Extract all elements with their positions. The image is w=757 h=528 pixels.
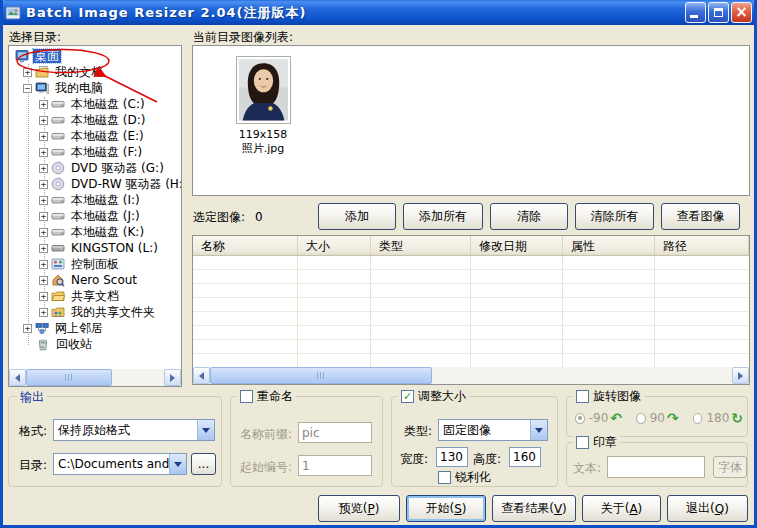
clear-button[interactable]: 清除: [490, 203, 568, 230]
tree-item[interactable]: 桌面: [9, 48, 181, 64]
browse-button[interactable]: ...: [191, 453, 216, 475]
expander-icon[interactable]: +: [39, 212, 48, 221]
view-results-button[interactable]: 查看结果(V): [492, 495, 576, 522]
tree-item-label: 共享文档: [69, 289, 121, 303]
tree-scroll-thumb[interactable]: [26, 369, 112, 386]
add-all-button[interactable]: 添加所有: [403, 203, 483, 230]
preview-button[interactable]: 预览(P): [318, 495, 400, 522]
table-horizontal-scrollbar[interactable]: [193, 367, 749, 384]
start-number-field[interactable]: [298, 455, 372, 476]
rename-checkbox[interactable]: [240, 390, 253, 403]
tree-item[interactable]: +本地磁盘 (K:): [9, 224, 181, 240]
table-cell: [371, 354, 471, 367]
name-prefix-field[interactable]: [298, 422, 372, 443]
window-title: Batch Image Resizer 2.04(注册版本): [26, 4, 307, 22]
expander-icon[interactable]: +: [39, 116, 48, 125]
table-cell: [471, 340, 563, 353]
expander-icon[interactable]: −: [23, 84, 32, 93]
my-documents-icon: [35, 65, 51, 79]
directory-combobox[interactable]: C:\Documents and S: [53, 453, 187, 475]
expander-icon[interactable]: +: [39, 148, 48, 157]
height-field[interactable]: [509, 447, 541, 467]
tree-item[interactable]: +本地磁盘 (J:): [9, 208, 181, 224]
table-row: [193, 256, 749, 270]
chevron-down-icon[interactable]: [197, 420, 214, 440]
column-header[interactable]: 属性: [563, 236, 655, 255]
table-scroll-track[interactable]: [210, 367, 732, 384]
tree-item[interactable]: +Nero Scout: [9, 272, 181, 288]
tree-item[interactable]: +DVD-RW 驱动器 (H:): [9, 176, 181, 192]
tree-item[interactable]: +本地磁盘 (C:): [9, 96, 181, 112]
expander-icon[interactable]: +: [39, 244, 48, 253]
tree-item-label: 本地磁盘 (F:): [69, 145, 144, 159]
tree-item[interactable]: +我的文档: [9, 64, 181, 80]
maximize-button[interactable]: [708, 2, 729, 23]
clear-all-button[interactable]: 清除所有: [575, 203, 654, 230]
tree-item[interactable]: 回收站: [9, 336, 181, 352]
expander-icon[interactable]: +: [39, 292, 48, 301]
format-combobox[interactable]: 保持原始格式: [53, 419, 215, 441]
exit-button[interactable]: 退出(Q): [667, 495, 748, 522]
column-header[interactable]: 大小: [298, 236, 371, 255]
add-button[interactable]: 添加: [318, 203, 396, 230]
expander-icon[interactable]: +: [39, 196, 48, 205]
scroll-right-icon[interactable]: [732, 367, 749, 384]
expander-icon[interactable]: +: [23, 68, 32, 77]
table-cell: [563, 284, 655, 297]
scroll-left-icon[interactable]: [9, 369, 26, 386]
font-button[interactable]: 字体: [713, 456, 747, 478]
tree-item[interactable]: +共享文档: [9, 288, 181, 304]
tree-item[interactable]: +我的共享文件夹: [9, 304, 181, 320]
column-header[interactable]: 名称: [193, 236, 298, 255]
rotate-180-radio[interactable]: [693, 413, 703, 424]
tree-horizontal-scrollbar[interactable]: [9, 369, 181, 386]
width-field[interactable]: [436, 447, 468, 467]
tree-item[interactable]: +本地磁盘 (I:): [9, 192, 181, 208]
view-image-button[interactable]: 查看图像: [661, 203, 740, 230]
rotate--90-radio[interactable]: [575, 413, 585, 424]
close-button[interactable]: ×: [731, 2, 752, 23]
expander-icon[interactable]: +: [39, 276, 48, 285]
resize-type-combobox[interactable]: 固定图像: [438, 419, 548, 441]
resize-group-title: 调整大小: [418, 388, 466, 405]
scroll-right-icon[interactable]: [164, 369, 181, 386]
start-button[interactable]: 开始(S): [406, 495, 486, 522]
image-thumbnail[interactable]: [237, 57, 290, 123]
tree-item[interactable]: +本地磁盘 (E:): [9, 128, 181, 144]
tree-item[interactable]: +DVD 驱动器 (G:): [9, 160, 181, 176]
stamp-checkbox[interactable]: [576, 436, 589, 449]
expander-icon[interactable]: +: [39, 180, 48, 189]
chevron-down-icon[interactable]: [169, 454, 186, 474]
tree-item[interactable]: +本地磁盘 (D:): [9, 112, 181, 128]
tree-item[interactable]: +控制面板: [9, 256, 181, 272]
column-header[interactable]: 修改日期: [471, 236, 563, 255]
expander-icon[interactable]: +: [39, 100, 48, 109]
table-header-row: 名称大小类型修改日期属性路径: [193, 236, 749, 256]
minimize-button[interactable]: [685, 2, 706, 23]
chevron-down-icon[interactable]: [530, 420, 547, 440]
tree-item[interactable]: +网上邻居: [9, 320, 181, 336]
tree-item[interactable]: +KINGSTON (L:): [9, 240, 181, 256]
resize-checkbox[interactable]: ✓: [401, 390, 414, 403]
table-scroll-thumb[interactable]: [210, 367, 432, 384]
expander-icon[interactable]: +: [39, 132, 48, 141]
rotate-checkbox[interactable]: [576, 390, 589, 403]
rotate-90-radio[interactable]: [636, 413, 646, 424]
expander-icon[interactable]: +: [39, 228, 48, 237]
stamp-text-field[interactable]: [607, 456, 705, 478]
expander-icon[interactable]: +: [39, 260, 48, 269]
table-cell: [298, 270, 371, 283]
expander-icon[interactable]: +: [23, 324, 32, 333]
column-header[interactable]: 路径: [655, 236, 749, 255]
expander-icon[interactable]: +: [39, 164, 48, 173]
sharpen-checkbox[interactable]: [438, 471, 451, 484]
about-button[interactable]: 关于(A): [582, 495, 661, 522]
image-list-panel: 119x158 照片.jpg: [192, 45, 750, 196]
tree-item-label: 桌面: [33, 49, 61, 63]
tree-scroll-track[interactable]: [26, 369, 164, 386]
tree-item[interactable]: +本地磁盘 (F:): [9, 144, 181, 160]
column-header[interactable]: 类型: [371, 236, 471, 255]
scroll-left-icon[interactable]: [193, 367, 210, 384]
expander-icon[interactable]: +: [39, 308, 48, 317]
tree-item[interactable]: −我的电脑: [9, 80, 181, 96]
